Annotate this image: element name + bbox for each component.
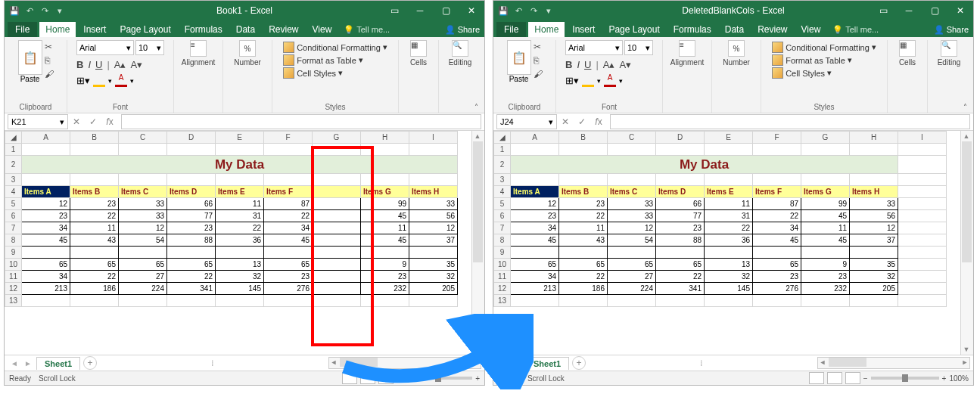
- row-header[interactable]: 13: [5, 295, 22, 307]
- data-cell[interactable]: 22: [656, 271, 705, 283]
- zoom-slider[interactable]: [871, 377, 939, 380]
- sheet-tab[interactable]: Sheet1: [36, 357, 80, 370]
- column-header[interactable]: G: [313, 132, 361, 144]
- page-layout-view-icon[interactable]: [360, 372, 375, 384]
- row-header[interactable]: 4: [494, 186, 511, 198]
- tab-insert[interactable]: Insert: [566, 22, 601, 37]
- cell[interactable]: [705, 295, 753, 307]
- data-cell[interactable]: 11: [361, 222, 409, 234]
- data-cell[interactable]: 11: [705, 198, 753, 210]
- row-header[interactable]: 7: [5, 222, 22, 234]
- data-cell[interactable]: 213: [22, 283, 70, 295]
- font-color-icon[interactable]: A: [604, 74, 616, 87]
- qat-customize-icon[interactable]: ▾: [543, 5, 554, 16]
- title-cell[interactable]: My Data: [511, 156, 898, 174]
- cell[interactable]: [409, 174, 458, 186]
- maximize-button[interactable]: ▢: [433, 1, 459, 20]
- cell[interactable]: [898, 271, 947, 283]
- cell[interactable]: [898, 295, 947, 307]
- data-header-cell[interactable]: [313, 186, 361, 198]
- cell-styles-button[interactable]: Cell Styles▾: [772, 67, 832, 79]
- cell[interactable]: [167, 295, 216, 307]
- cells-button[interactable]: ▦Cells: [401, 40, 436, 67]
- scroll-left-icon[interactable]: ◄: [329, 358, 338, 367]
- data-cell[interactable]: [511, 247, 559, 259]
- vertical-scrollbar[interactable]: ▲ ▼: [960, 131, 973, 355]
- data-cell[interactable]: 12: [608, 222, 656, 234]
- editing-button[interactable]: 🔍Editing: [443, 40, 478, 67]
- data-header-cell[interactable]: Items H: [850, 186, 898, 198]
- copy-icon[interactable]: ⎘: [534, 55, 543, 66]
- data-cell[interactable]: [313, 210, 361, 222]
- data-cell[interactable]: [850, 247, 898, 259]
- redo-icon[interactable]: ↷: [528, 5, 539, 16]
- cell[interactable]: [22, 174, 70, 186]
- data-cell[interactable]: 213: [511, 283, 559, 295]
- decrease-font-icon[interactable]: A▾: [619, 59, 631, 70]
- data-cell[interactable]: 341: [656, 283, 705, 295]
- column-header[interactable]: B: [559, 132, 608, 144]
- data-cell[interactable]: 224: [119, 283, 167, 295]
- data-cell[interactable]: [264, 247, 313, 259]
- data-cell[interactable]: 65: [264, 259, 313, 271]
- undo-icon[interactable]: ↶: [513, 5, 524, 16]
- data-cell[interactable]: 88: [656, 234, 705, 247]
- tab-view[interactable]: View: [795, 22, 827, 37]
- row-header[interactable]: 2: [494, 156, 511, 174]
- cell[interactable]: [119, 295, 167, 307]
- cell[interactable]: [898, 234, 947, 247]
- data-header-cell[interactable]: Items E: [216, 186, 264, 198]
- data-cell[interactable]: 13: [216, 259, 264, 271]
- cell[interactable]: [850, 174, 898, 186]
- spreadsheet-grid-right[interactable]: ◢ABCDEFGHI12My Data34Items AItems BItems…: [493, 131, 960, 355]
- data-cell[interactable]: 65: [119, 259, 167, 271]
- new-sheet-button[interactable]: +: [572, 356, 586, 370]
- tab-review[interactable]: Review: [751, 22, 793, 37]
- fx-icon[interactable]: fx: [101, 114, 118, 129]
- sheet-nav-first-icon[interactable]: ◄: [498, 359, 509, 368]
- row-header[interactable]: 3: [5, 174, 22, 186]
- formula-input[interactable]: [121, 114, 481, 129]
- data-header-cell[interactable]: Items A: [22, 186, 70, 198]
- cell[interactable]: [656, 144, 705, 156]
- normal-view-icon[interactable]: [342, 372, 357, 384]
- row-header[interactable]: 6: [5, 210, 22, 222]
- column-header[interactable]: A: [511, 132, 559, 144]
- cancel-formula-icon[interactable]: ✕: [557, 114, 574, 129]
- row-header[interactable]: 4: [5, 186, 22, 198]
- data-header-cell[interactable]: Items G: [361, 186, 409, 198]
- data-cell[interactable]: 54: [119, 234, 167, 247]
- data-cell[interactable]: 54: [608, 234, 656, 247]
- tell-me[interactable]: 💡 Tell me...: [339, 23, 394, 37]
- data-cell[interactable]: 9: [361, 259, 409, 271]
- cell[interactable]: [753, 174, 801, 186]
- zoom-level[interactable]: 100%: [949, 374, 969, 383]
- fx-icon[interactable]: fx: [590, 114, 607, 129]
- column-header[interactable]: C: [608, 132, 656, 144]
- data-cell[interactable]: 22: [559, 271, 608, 283]
- data-cell[interactable]: 36: [216, 234, 264, 247]
- row-header[interactable]: 3: [494, 174, 511, 186]
- copy-icon[interactable]: ⎘: [45, 55, 54, 66]
- tab-home[interactable]: Home: [528, 22, 565, 37]
- data-header-cell[interactable]: Items B: [559, 186, 608, 198]
- cell[interactable]: [608, 144, 656, 156]
- data-cell[interactable]: 99: [801, 198, 850, 210]
- cell[interactable]: [850, 295, 898, 307]
- data-cell[interactable]: [608, 247, 656, 259]
- row-header[interactable]: 6: [494, 210, 511, 222]
- select-all-cell[interactable]: ◢: [5, 132, 22, 144]
- data-cell[interactable]: 145: [705, 283, 753, 295]
- data-cell[interactable]: 23: [264, 271, 313, 283]
- data-cell[interactable]: 23: [70, 198, 119, 210]
- cell[interactable]: [313, 144, 361, 156]
- row-header[interactable]: 7: [494, 222, 511, 234]
- data-cell[interactable]: 45: [22, 234, 70, 247]
- italic-button[interactable]: I: [88, 59, 91, 70]
- data-cell[interactable]: [22, 247, 70, 259]
- cell[interactable]: [361, 174, 409, 186]
- column-header[interactable]: D: [656, 132, 705, 144]
- data-cell[interactable]: 22: [705, 222, 753, 234]
- row-header[interactable]: 11: [494, 271, 511, 283]
- qat-customize-icon[interactable]: ▾: [54, 5, 65, 16]
